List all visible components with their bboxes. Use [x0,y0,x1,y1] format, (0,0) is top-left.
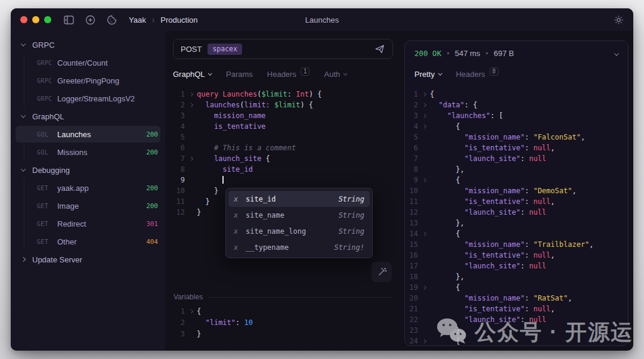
code-line: 5 "mission_name": "FalconSat", [406,132,628,143]
fold-chevron-icon[interactable] [418,100,430,110]
format-magic-wand-button[interactable] [371,262,392,282]
autocomplete-type: String! [334,243,364,252]
workspace-name[interactable]: Yaak [129,16,146,24]
tab-label: GraphQL [173,70,205,79]
request-name: yaak.app [57,184,146,193]
autocomplete-item--typename[interactable]: x__typenameString! [228,239,370,255]
fold-chevron-icon[interactable] [185,153,197,164]
variables-editor[interactable]: 1{2 "limit": 103} [173,306,393,340]
response-pane: 200 OK • 547 ms • 697 B PrettyHeaders8 1… [401,31,633,351]
autocomplete-item-site-id[interactable]: xsite_idString [228,191,370,207]
fold-chevron-icon[interactable] [418,336,430,345]
maximize-window-button[interactable] [44,16,51,23]
line-number: 1 [406,89,418,100]
minimize-window-button[interactable] [32,16,39,23]
autocomplete-type: String [339,195,364,203]
fold-chevron-icon[interactable] [418,121,430,132]
response-time: 547 ms [455,49,481,58]
code-text: "is_tentative": null, [430,196,555,207]
toggle-sidebar-icon[interactable] [63,14,74,25]
send-request-icon[interactable] [374,44,385,54]
response-menu-chevron-icon[interactable] [615,49,618,58]
sidebar-item-missions[interactable]: GQLMissions200 [11,143,165,161]
line-number: 9 [406,175,418,185]
line-number: 1 [173,306,185,317]
line-number: 20 [406,293,418,304]
sidebar-item-greeter-pingpong[interactable]: GRPCGreeter/PingPong [11,72,165,89]
request-method-label: GRPC [37,95,57,102]
tab-label: Pretty [414,70,435,79]
sidebar-item-logger-streamlogsv2[interactable]: GRPCLogger/StreamLogsV2 [11,89,165,107]
url-environment-badge[interactable]: spacex [208,44,242,55]
line-number: 7 [173,153,185,164]
code-text: "is_tentative": null, [430,143,555,153]
fold-chevron-icon[interactable] [185,306,197,317]
sidebar-folder-grpc[interactable]: GRPC [11,36,165,54]
autocomplete-item-site-name[interactable]: xsite_nameString [228,207,370,223]
line-number: 1 [173,89,185,100]
tab-graphql[interactable]: GraphQL [173,70,212,79]
fold-gutter [418,304,430,314]
line-number: 3 [173,110,185,121]
sidebar-item-redirect[interactable]: GETRedirect301 [11,215,165,233]
code-line: 10 "mission_name": "DemoSat", [406,185,628,196]
close-window-button[interactable] [20,16,27,23]
line-number: 13 [406,218,418,228]
fold-chevron-icon[interactable] [418,175,430,185]
tab-label: Headers [267,70,296,79]
variables-divider [209,297,393,298]
fold-chevron-icon[interactable] [185,89,197,100]
settings-gear-icon[interactable] [613,14,624,25]
code-line: 13 }, [406,218,628,228]
fold-chevron-icon[interactable] [418,228,430,239]
sidebar-folder-debugging[interactable]: Debugging [11,161,165,179]
breadcrumb[interactable]: Yaak › Production [129,15,198,24]
code-line: 17 "launch_site": null [406,261,628,271]
fold-chevron-icon[interactable] [418,110,430,121]
sidebar-item-other[interactable]: GETOther404 [11,233,165,250]
autocomplete-item-site-name-long[interactable]: xsite_name_longString [228,223,370,239]
sidebar-folder-update-server[interactable]: Update Server [11,250,165,268]
status-badge: 200 [146,148,158,156]
response-body-viewer[interactable]: 1{2 "data": {3 "launches": [4 {5 "missio… [405,89,628,345]
fold-gutter [418,293,430,304]
sidebar-item-image[interactable]: GETImage200 [11,197,165,215]
folder-chevron-icon[interactable] [19,114,27,118]
tab-headers[interactable]: Headers1 [267,70,310,79]
folder-chevron-icon[interactable] [19,43,27,47]
fold-gutter [185,143,197,153]
code-text: launches(limit: $limit) { [197,100,313,110]
tab-pretty[interactable]: Pretty [414,70,441,79]
code-line: 19 { [406,282,628,293]
line-number: 8 [173,164,185,175]
tab-headers[interactable]: Headers8 [456,70,499,79]
code-line: 12 "launch_site": null [406,207,628,218]
code-line: 6 # This is a comment [173,143,393,153]
sidebar-folder-graphql[interactable]: GraphQL [11,107,165,125]
line-number: 5 [173,132,185,143]
folder-chevron-icon[interactable] [19,258,27,261]
tab-auth[interactable]: Auth [324,70,346,79]
fold-chevron-icon[interactable] [418,282,430,293]
cookie-icon[interactable] [106,14,117,25]
sidebar-item-counter-count[interactable]: GRPCCounter/Count [11,54,165,72]
fold-chevron-icon[interactable] [185,100,197,110]
line-number: 6 [173,143,185,153]
new-request-icon[interactable] [85,14,95,25]
code-text: "launch_site": null [430,207,546,218]
status-badge: 200 [146,131,158,138]
sidebar-item-launches[interactable]: GQLLaunches200 [11,125,165,143]
url-bar[interactable]: POST spacex [173,39,393,59]
fold-chevron-icon[interactable] [418,89,430,100]
folder-chevron-icon[interactable] [19,168,27,172]
request-method-label: GRPC [37,60,57,66]
environment-name[interactable]: Production [160,16,197,24]
sidebar-item-yaak-app[interactable]: GETyaak.app200 [11,179,165,197]
fold-gutter [185,185,197,196]
code-line: 4 { [406,121,628,132]
code-text: site_id [197,164,253,175]
tab-params[interactable]: Params [226,70,253,79]
request-name: Image [57,202,146,211]
separator-dot: • [485,49,488,58]
field-kind-icon: x [234,243,246,252]
